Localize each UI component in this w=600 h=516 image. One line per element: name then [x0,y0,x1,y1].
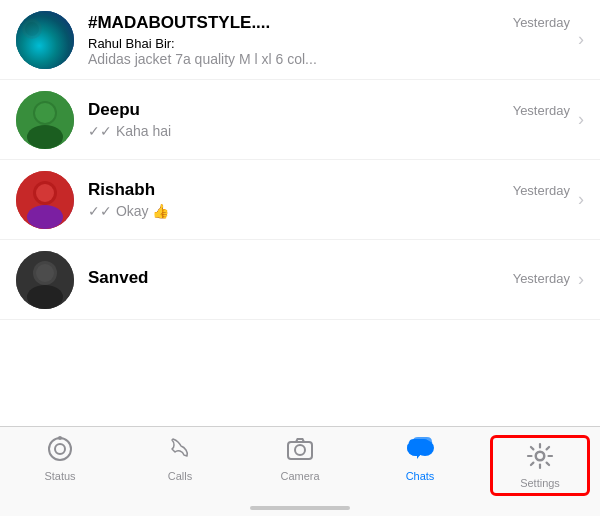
svg-point-16 [55,444,65,454]
svg-line-32 [531,463,533,465]
chat-header-4: Sanved Yesterday [88,268,570,288]
chat-item-1[interactable]: #MADABOUTSTYLE.... Yesterday Rahul Bhai … [0,0,600,80]
chat-header-1: #MADABOUTSTYLE.... Yesterday [88,13,570,33]
home-indicator [250,506,350,510]
chat-content-3: Rishabh Yesterday ✓✓ Okay 👍 [88,180,570,219]
svg-point-14 [36,264,54,282]
chat-list: #MADABOUTSTYLE.... Yesterday Rahul Bhai … [0,0,600,410]
tab-calls-label: Calls [168,470,192,482]
chat-preview-3: ✓✓ Okay 👍 [88,203,468,219]
chevron-icon-2: › [578,109,584,130]
avatar-2 [16,91,74,149]
tab-bar: Status Calls Camera [0,426,600,516]
svg-point-5 [27,125,63,149]
chat-item-2[interactable]: Deepu Yesterday ✓✓ Kaha hai › [0,80,600,160]
tab-status[interactable]: Status [10,435,110,482]
tab-settings[interactable]: Settings [490,435,590,496]
svg-point-13 [27,285,63,309]
chat-time-3: Yesterday [513,183,570,198]
chevron-icon-3: › [578,189,584,210]
chat-content-1: #MADABOUTSTYLE.... Yesterday Rahul Bhai … [88,13,570,67]
chat-time-2: Yesterday [513,103,570,118]
chat-time-1: Yesterday [513,15,570,30]
chat-preview-2: ✓✓ Kaha hai [88,123,468,139]
tab-status-label: Status [44,470,75,482]
tab-chats[interactable]: Chats [370,435,470,482]
chat-content-4: Sanved Yesterday [88,268,570,291]
svg-line-30 [547,463,549,465]
tab-settings-label: Settings [520,477,560,489]
tab-camera-label: Camera [280,470,319,482]
tab-chats-label: Chats [406,470,435,482]
chats-icon [405,435,435,467]
chat-item-3[interactable]: Rishabh Yesterday ✓✓ Okay 👍 › [0,160,600,240]
chat-preview-1: Adidas jacket 7a quality M l xl 6 col... [88,51,468,67]
tab-camera[interactable]: Camera [250,435,350,482]
avatar-3 [16,171,74,229]
chat-item-4[interactable]: Sanved Yesterday › [0,240,600,320]
svg-point-6 [35,103,55,123]
chat-name-1: #MADABOUTSTYLE.... [88,13,270,33]
svg-line-29 [531,447,533,449]
calls-icon [166,435,194,467]
svg-point-10 [36,184,54,202]
chat-header-3: Rishabh Yesterday [88,180,570,200]
chat-time-4: Yesterday [513,271,570,286]
svg-rect-0 [16,11,74,69]
svg-line-31 [547,447,549,449]
chat-name-3: Rishabh [88,180,155,200]
chat-name-2: Deepu [88,100,140,120]
camera-icon [286,435,314,467]
svg-point-2 [25,22,39,36]
chevron-icon-4: › [578,269,584,290]
chat-header-2: Deepu Yesterday [88,100,570,120]
svg-point-9 [27,205,63,229]
svg-point-1 [22,19,42,39]
settings-icon [526,442,554,474]
chat-subname-1: Rahul Bhai Bir: [88,36,468,51]
svg-point-17 [58,436,62,440]
svg-point-19 [295,445,305,455]
chat-content-2: Deepu Yesterday ✓✓ Kaha hai [88,100,570,139]
status-icon [46,435,74,467]
avatar-1 [16,11,74,69]
avatar-4 [16,251,74,309]
tab-calls[interactable]: Calls [130,435,230,482]
chat-name-4: Sanved [88,268,148,288]
chevron-icon-1: › [578,29,584,50]
svg-point-15 [49,438,71,460]
